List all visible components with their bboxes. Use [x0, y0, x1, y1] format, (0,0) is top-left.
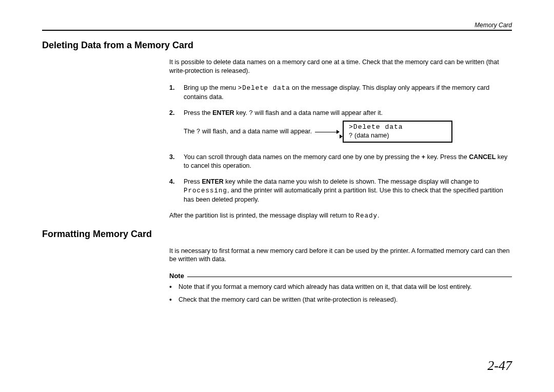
lcd-display: >Delete data ? (data name)	[343, 121, 452, 143]
leader-arrow-icon	[315, 128, 340, 135]
step-1: 1. Bring up the menu >Delete data on the…	[169, 84, 512, 102]
display-callout: The ? will flash, and a data name will a…	[184, 121, 512, 143]
code-ready: Ready	[355, 212, 378, 220]
key-enter: ENTER	[202, 178, 223, 185]
list-item: • Check that the memory card can be writ…	[169, 296, 512, 304]
bullet-icon: •	[169, 296, 179, 304]
lcd-line2: ? (data name)	[349, 132, 446, 141]
page-number: 2-47	[487, 358, 512, 374]
list-item: • Note that if you format a memory card …	[169, 283, 512, 291]
section1-title: Deleting Data from a Memory Card	[42, 40, 512, 51]
step-number: 4.	[169, 178, 184, 204]
lcd-line1: >Delete data	[349, 123, 446, 131]
step-text: Bring up the menu >Delete data on the me…	[184, 84, 512, 102]
page: Memory Card Deleting Data from a Memory …	[0, 0, 554, 392]
section1-outro: After the partition list is printed, the…	[169, 211, 512, 221]
note-bullets: • Note that if you format a memory card …	[169, 283, 512, 304]
note-rule	[187, 277, 512, 277]
code-delete-data: >Delete data	[238, 85, 290, 92]
header-rule	[42, 30, 512, 31]
arrow-icon	[340, 134, 343, 139]
bullet-text: Check that the memory card can be writte…	[179, 296, 398, 304]
step-3: 3. You can scroll through data names on …	[169, 153, 512, 170]
step-text: You can scroll through data names on the…	[184, 153, 512, 170]
bullet-text: Note that if you format a memory card wh…	[179, 283, 472, 291]
section2-body: It is necessary to first format a new me…	[169, 247, 512, 305]
step-number: 3.	[169, 153, 184, 170]
bullet-icon: •	[169, 283, 179, 291]
step-number: 1.	[169, 84, 184, 102]
step-2: 2. Press the ENTER key. ? will flash and…	[169, 109, 512, 146]
step-number: 2.	[169, 109, 184, 118]
section1-intro: It is possible to delete data names on a…	[169, 58, 512, 75]
key-cancel: CANCEL	[469, 153, 496, 161]
key-enter: ENTER	[212, 109, 234, 116]
section2-title: Formatting Memory Card	[42, 229, 512, 240]
question-mark: ?	[249, 110, 253, 117]
step-text: Press the ENTER key. ? will flash and a …	[184, 109, 512, 118]
step-4: 4. Press ENTER key while the data name y…	[169, 178, 512, 204]
note-heading: Note	[169, 272, 512, 280]
section1-body: It is possible to delete data names on a…	[169, 58, 512, 221]
header-breadcrumb: Memory Card	[42, 22, 512, 29]
step-text: Press ENTER key while the data name you …	[184, 178, 512, 204]
code-processing: Processing	[184, 187, 227, 194]
section2-intro: It is necessary to first format a new me…	[169, 247, 512, 264]
note-label: Note	[169, 272, 187, 280]
section1-steps: 1. Bring up the menu >Delete data on the…	[169, 84, 512, 204]
key-plus: +	[422, 153, 425, 161]
display-caption: The ? will flash, and a data name will a…	[184, 127, 312, 136]
